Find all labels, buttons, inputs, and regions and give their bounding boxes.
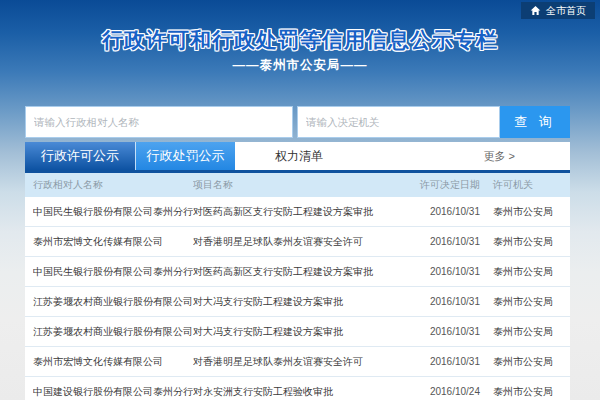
col-header-party: 行政相对人名称 [33,178,193,192]
decision-agency-input[interactable] [297,106,500,138]
home-icon [530,5,541,16]
decision-date: 2016/10/24 [416,386,480,397]
party-name: 江苏姜堰农村商业银行股份有限公司 [33,325,193,339]
table-row[interactable]: 泰州市宏博文化传媒有限公司 对香港明星足球队泰州友谊赛安全许可 2016/10/… [25,347,570,377]
col-header-agency: 许可机关 [480,178,570,192]
portal-page: 全市首页 行政许可和行政处罚等信用信息公示专栏 ——泰州市公安局—— 查 询 行… [0,0,600,400]
search-bar: 查 询 [25,106,570,138]
project-name: 对香港明星足球队泰州友谊赛安全许可 [193,235,416,249]
license-agency: 泰州市公安局 [480,265,570,279]
decision-date: 2016/10/31 [416,326,480,337]
city-home-button[interactable]: 全市首页 [521,2,595,19]
project-name: 对医药高新区支行安防工程建设方案审批 [193,205,416,219]
decision-date: 2016/10/31 [416,206,480,217]
license-agency: 泰州市公安局 [480,325,570,339]
project-name: 对大冯支行安防工程建设方案审批 [193,295,416,309]
license-agency: 泰州市公安局 [480,355,570,369]
tab-license-publicity[interactable]: 行政许可公示 [25,142,135,170]
project-name: 对香港明星足球队泰州友谊赛安全许可 [193,355,416,369]
party-name: 泰州市宏博文化传媒有限公司 [33,235,193,249]
project-name: 对医药高新区支行安防工程建设方案审批 [193,265,416,279]
license-agency: 泰州市公安局 [480,205,570,219]
tab-power-list[interactable]: 权力清单 [275,142,323,170]
home-button-label: 全市首页 [546,4,586,18]
tab-bar: 行政许可公示 行政处罚公示 权力清单 更多 > [25,142,570,173]
license-table: 行政相对人名称 项目名称 许可决定日期 许可机关 中国民生银行股份有限公司泰州分… [25,173,570,400]
table-row[interactable]: 江苏姜堰农村商业银行股份有限公司 对大冯支行安防工程建设方案审批 2016/10… [25,317,570,347]
party-name: 泰州市宏博文化传媒有限公司 [33,355,193,369]
license-agency: 泰州市公安局 [480,235,570,249]
more-link[interactable]: 更多 > [484,142,515,170]
license-agency: 泰州市公安局 [480,295,570,309]
party-name: 中国民生银行股份有限公司泰州分行 [33,205,193,219]
party-name: 江苏姜堰农村商业银行股份有限公司 [33,295,193,309]
search-button[interactable]: 查 询 [500,106,570,138]
party-name-input[interactable] [25,106,293,138]
col-header-date: 许可决定日期 [416,178,480,192]
decision-date: 2016/10/31 [416,266,480,277]
party-name: 中国建设银行股份有限公司泰州分行 [33,385,193,399]
table-row[interactable]: 江苏姜堰农村商业银行股份有限公司 对大冯支行安防工程建设方案审批 2016/10… [25,287,570,317]
project-name: 对大冯支行安防工程建设方案审批 [193,325,416,339]
decision-date: 2016/10/31 [416,296,480,307]
table-row[interactable]: 中国民生银行股份有限公司泰州分行 对医药高新区支行安防工程建设方案审批 2016… [25,257,570,287]
tab-penalty-publicity[interactable]: 行政处罚公示 [135,142,235,170]
table-row[interactable]: 中国民生银行股份有限公司泰州分行 对医药高新区支行安防工程建设方案审批 2016… [25,197,570,227]
license-agency: 泰州市公安局 [480,385,570,399]
page-title: 行政许可和行政处罚等信用信息公示专栏 [0,26,600,54]
table-row[interactable]: 泰州市宏博文化传媒有限公司 对香港明星足球队泰州友谊赛安全许可 2016/10/… [25,227,570,257]
page-subtitle: ——泰州市公安局—— [0,57,600,74]
table-header-row: 行政相对人名称 项目名称 许可决定日期 许可机关 [25,173,570,197]
party-name: 中国民生银行股份有限公司泰州分行 [33,265,193,279]
decision-date: 2016/10/31 [416,236,480,247]
decision-date: 2016/10/31 [416,356,480,367]
table-row[interactable]: 中国建设银行股份有限公司泰州分行 对永安洲支行安防工程验收审批 2016/10/… [25,377,570,400]
project-name: 对永安洲支行安防工程验收审批 [193,385,416,399]
col-header-project: 项目名称 [193,178,416,192]
